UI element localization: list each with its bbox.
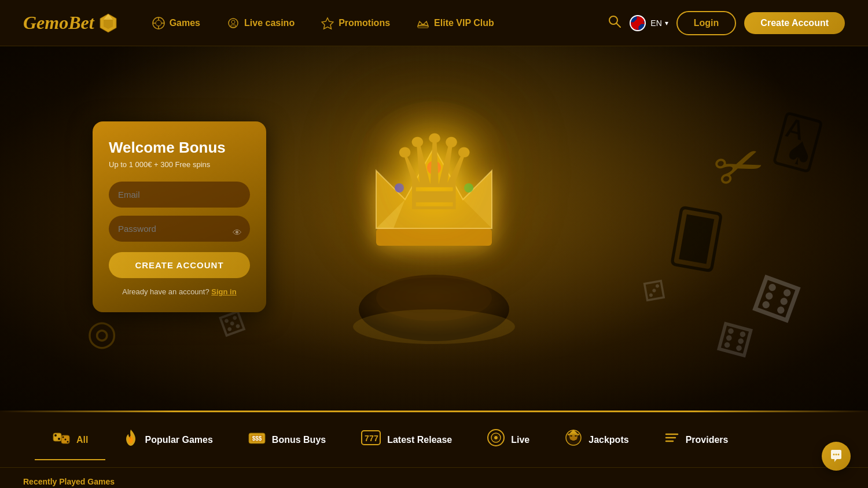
- signup-card: Welcome Bonus Up to 1 000€ + 300 Free sp…: [93, 121, 266, 312]
- joker-icon: [564, 428, 583, 447]
- create-account-button[interactable]: Create Account: [744, 12, 845, 34]
- category-latest-release[interactable]: 7 7 7 Latest Release: [343, 424, 469, 459]
- live-label: Live: [511, 435, 529, 445]
- logo[interactable]: GemoBet: [23, 12, 119, 34]
- crown-glow: [318, 84, 550, 373]
- promotions-icon: [321, 17, 334, 29]
- bonus-buys-icon: $$$: [248, 430, 266, 450]
- slot-icon: 7 7 7: [361, 430, 381, 446]
- svg-line-16: [616, 23, 620, 27]
- svg-marker-13: [418, 21, 428, 26]
- money-icon: $$$: [248, 430, 266, 446]
- live-casino-label: Live casino: [244, 18, 295, 28]
- login-button[interactable]: Login: [676, 11, 737, 35]
- svg-point-57: [836, 454, 837, 456]
- svg-text:7: 7: [365, 434, 369, 443]
- providers-icon: [664, 430, 680, 450]
- svg-point-21: [427, 161, 441, 175]
- svg-text:7: 7: [374, 434, 378, 443]
- jackpots-label: Jackpots: [589, 435, 628, 445]
- category-live[interactable]: Live: [469, 423, 547, 460]
- svg-point-31: [58, 438, 60, 440]
- header: GemoBet Games Live casino: [0, 0, 868, 46]
- flag-icon: [630, 15, 646, 31]
- nav-elite-vip[interactable]: Elite VIP Club: [406, 12, 505, 34]
- all-label: All: [76, 435, 88, 445]
- nav-live-casino[interactable]: Live casino: [216, 12, 305, 34]
- category-providers[interactable]: Providers: [646, 424, 746, 459]
- main-nav: Games Live casino Promotions Elite VIP C…: [142, 12, 608, 34]
- latest-release-icon: 7 7 7: [361, 430, 381, 450]
- svg-marker-12: [322, 18, 333, 29]
- category-bar: All Popular Games $$$ Bonus Buys: [0, 412, 868, 468]
- have-account-text: Already have an account?: [122, 287, 209, 296]
- svg-rect-52: [568, 434, 579, 435]
- header-right: EN ▾ Login Create Account: [608, 11, 845, 35]
- svg-marker-20: [376, 147, 492, 228]
- search-icon: [608, 14, 621, 28]
- live-circle-icon: [487, 428, 505, 447]
- password-wrap: 👁: [109, 216, 250, 250]
- chat-button[interactable]: [822, 442, 851, 471]
- signin-link[interactable]: Sign in: [211, 287, 236, 296]
- all-icon: [52, 428, 71, 451]
- category-bonus-buys[interactable]: $$$ Bonus Buys: [230, 424, 343, 459]
- vip-icon: [417, 17, 429, 29]
- category-all[interactable]: All: [35, 423, 105, 460]
- menu-lines-icon: [664, 430, 680, 446]
- bonus-buys-label: Bonus Buys: [272, 435, 326, 445]
- providers-label: Providers: [686, 435, 729, 445]
- flame-icon: [123, 428, 139, 447]
- svg-point-4: [156, 20, 161, 26]
- toggle-password-icon[interactable]: 👁: [233, 228, 242, 238]
- svg-marker-25: [463, 171, 492, 228]
- chevron-down-icon: ▾: [665, 19, 668, 27]
- svg-point-34: [65, 439, 67, 441]
- nav-games[interactable]: Games: [142, 12, 211, 34]
- password-input[interactable]: [109, 216, 250, 242]
- logo-text: GemoBet: [23, 12, 94, 34]
- svg-point-58: [838, 454, 840, 456]
- signup-title: Welcome Bonus: [109, 139, 250, 157]
- signup-subtitle: Up to 1 000€ + 300 Free spins: [109, 160, 250, 169]
- svg-point-35: [67, 441, 69, 443]
- search-button[interactable]: [608, 14, 621, 32]
- create-account-cta[interactable]: CREATE ACCOUNT: [109, 252, 250, 278]
- language-selector[interactable]: EN ▾: [630, 15, 668, 31]
- svg-rect-14: [418, 26, 428, 28]
- category-jackpots[interactable]: Jackpots: [547, 423, 646, 460]
- svg-text:7: 7: [369, 434, 374, 443]
- cards-decor: 🂠: [665, 204, 729, 273]
- svg-point-11: [231, 20, 235, 24]
- svg-rect-18: [376, 228, 492, 246]
- email-input[interactable]: [109, 182, 250, 208]
- svg-point-23: [464, 183, 473, 193]
- recently-played-bar: Recently Played Games: [0, 468, 868, 488]
- chat-icon: [829, 449, 844, 464]
- live-casino-icon: [227, 17, 240, 29]
- crown-svg: [324, 90, 544, 367]
- svg-point-22: [395, 183, 404, 193]
- svg-point-56: [833, 454, 835, 456]
- svg-marker-19: [376, 147, 492, 228]
- svg-rect-10: [231, 25, 236, 27]
- signin-prompt: Already have an account? Sign in: [109, 287, 250, 296]
- svg-point-30: [54, 434, 57, 437]
- hero-section: ⚄ ⚅ ⚂ ◎ 🂡: [0, 46, 868, 411]
- popular-icon: [123, 428, 139, 451]
- all-dice-icon: [52, 428, 71, 447]
- elite-vip-label: Elite VIP Club: [434, 18, 494, 28]
- nav-promotions[interactable]: Promotions: [311, 12, 400, 34]
- promotions-label: Promotions: [339, 18, 390, 28]
- popular-label: Popular Games: [145, 435, 212, 445]
- lang-code: EN: [650, 19, 661, 28]
- category-popular[interactable]: Popular Games: [105, 423, 230, 460]
- svg-point-45: [494, 436, 498, 439]
- svg-rect-29: [53, 433, 61, 441]
- svg-point-28: [353, 309, 515, 344]
- latest-release-label: Latest Release: [387, 435, 452, 445]
- svg-point-33: [62, 437, 64, 438]
- svg-point-9: [229, 19, 238, 28]
- games-label: Games: [170, 18, 200, 28]
- jackpots-icon: [564, 428, 583, 451]
